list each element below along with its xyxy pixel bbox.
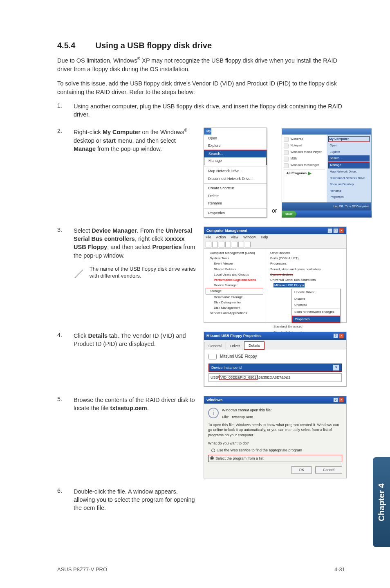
tree-device-manager[interactable]: Device Manager [206,283,263,288]
start-all-programs[interactable]: All Programs▶ [284,170,325,177]
menu-file[interactable]: File [206,235,211,239]
ok-button[interactable]: OK [291,466,312,474]
footer-model: ASUS P8Z77-V PRO [57,566,107,572]
start-rc-search[interactable]: Search... [328,155,370,162]
messenger-icon [284,163,289,168]
start-header [282,129,371,135]
start-item-wmp[interactable]: Windows Media Player [284,149,325,156]
tab-driver[interactable]: Driver [226,342,244,350]
radio-select-from-list[interactable]: Select the program from a list [208,455,342,462]
open-with-dialog: Windows ? × i Windows cannot open this f… [204,396,347,478]
device-icon [208,354,217,359]
ow-whatdo: What do you want to do? [208,441,342,446]
wmp-icon [284,150,289,155]
menu-map-drive[interactable]: Map Network Drive... [204,167,267,175]
close-icon[interactable]: × [339,228,344,233]
dev-sound[interactable]: Sound, video and game controllers [267,267,345,272]
props-title: Mitsumi USB Floppy Properties [206,333,262,339]
tree-disk-defrag[interactable]: Disk Defragmenter [206,300,263,305]
tree-disk-mgmt[interactable]: Disk Management [206,305,263,310]
menu-search[interactable]: Search... [204,150,266,158]
toolbar-icon[interactable] [219,242,224,247]
toolbar-icon[interactable] [238,242,244,247]
start-rc-map[interactable]: Map Network Drive... [328,169,370,175]
maximize-icon[interactable]: □ [333,228,338,233]
dev-usb-controllers[interactable]: Universal Serial Bus controllers [267,277,345,283]
dev-menu-update[interactable]: Update Driver... [292,289,340,295]
tree-shared-folders[interactable]: Shared Folders [206,267,263,272]
start-rc-disconnect[interactable]: Disconnect Network Drive... [328,175,370,182]
help-icon[interactable]: ? [333,333,338,338]
start-item-notepad[interactable]: Notepad [284,143,325,149]
toolbar-icon[interactable] [206,242,211,247]
step-6-text: Double-click the file. A window appears,… [74,487,196,512]
start-button[interactable]: start [282,211,296,217]
toolbar-icon[interactable] [245,242,251,247]
tree-system-tools[interactable]: System Tools [206,256,263,261]
start-logoff[interactable]: Log Off [334,204,343,209]
close-icon[interactable]: × [339,397,344,402]
close-icon[interactable]: × [339,333,344,338]
dev-system-devices[interactable]: System devices [267,272,345,277]
radio-web-service[interactable]: Use the Web service to find the appropri… [211,448,342,453]
tab-details[interactable]: Details [244,341,264,350]
tab-general[interactable]: General [204,342,226,350]
start-item-wordpad[interactable]: WordPad [284,136,325,143]
dev-menu-scan[interactable]: Scan for hardware changes [292,309,340,315]
help-icon[interactable]: ? [333,397,338,402]
menu-create-shortcut[interactable]: Create Shortcut [204,184,267,192]
menu-rename[interactable]: Rename [204,200,267,207]
tree-services-apps[interactable]: Services and Applications [206,310,263,316]
device-instance-combo[interactable]: Device Instance Id ▾ [208,364,342,372]
start-rc-rename[interactable]: Rename [328,188,370,194]
tree-root[interactable]: Computer Management (Local) [206,250,263,256]
menu-disconnect-drive[interactable]: Disconnect Network Drive... [204,175,267,183]
menu-open[interactable]: Open [204,135,267,142]
menu-view[interactable]: View [231,235,238,239]
dev-menu-properties[interactable]: Properties [292,316,340,323]
device-list-pane: Other devices Ports (COM & LPT) Processo… [265,249,346,322]
start-item-messenger[interactable]: Windows Messenger [284,162,325,169]
step-3: 3. Select Device Manager. From the Unive… [57,227,345,323]
menu-delete[interactable]: Delete [204,192,267,200]
step-5: 5. Browse the contents of the RAID drive… [57,396,345,478]
dev-processors[interactable]: Processors [267,261,345,266]
start-turnoff[interactable]: Turn Off Computer [345,204,369,209]
menu-action[interactable]: Action [216,235,226,239]
minimize-icon[interactable]: _ [327,228,332,233]
menu-manage[interactable]: Manage [208,158,262,164]
toolbar-icon[interactable] [225,242,231,247]
dev-menu-disable[interactable]: Disable [292,296,340,302]
start-rc-manage[interactable]: Manage [328,162,370,169]
tree-local-users[interactable]: Local Users and Groups [206,272,263,277]
toolbar-icon[interactable] [212,242,218,247]
dev-other[interactable]: Other devices [267,250,345,256]
start-rc-showondesktop[interactable]: Show on Desktop [328,182,370,188]
start-rc-explore[interactable]: Explore [328,149,370,155]
dev-menu-uninstall[interactable]: Uninstall [292,302,340,308]
dev-mitsumi-floppy[interactable]: Mitsumi USB Floppy [267,283,345,288]
menu-window[interactable]: Window [243,235,256,239]
menu-explore[interactable]: Explore [204,142,267,150]
start-item-msn[interactable]: MSN [284,156,325,162]
tree-event-viewer[interactable]: Event Viewer [206,261,263,266]
dev-item[interactable]: Standard Enhanced [267,324,345,329]
note-block: The name of the USB floppy disk drive va… [74,265,196,282]
start-rc-properties[interactable]: Properties [328,194,370,200]
notepad-icon [284,144,289,148]
dev-ports[interactable]: Ports (COM & LPT) [267,256,345,261]
tree-removable-storage[interactable]: Removable Storage [206,294,263,300]
menu-help[interactable]: Help [261,235,268,239]
intro-paragraph-2: To solve this issue, add the USB floppy … [57,79,345,97]
toolbar [204,241,346,249]
section-number: 4.5.4 [57,41,93,50]
start-my-computer[interactable]: My Computer [328,136,370,142]
tree-perf-logs[interactable]: Performance Logs and Alerts [206,277,263,283]
toolbar-icon[interactable] [232,242,238,247]
pencil-icon [74,265,85,282]
start-rc-open[interactable]: Open [328,143,370,149]
menu-properties[interactable]: Properties [204,209,267,217]
tree-storage-redbox[interactable]: Storage [206,288,263,294]
step-4: 4. Click Details tab. The Vendor ID (VID… [57,332,345,387]
cancel-button[interactable]: Cancel [315,466,342,474]
